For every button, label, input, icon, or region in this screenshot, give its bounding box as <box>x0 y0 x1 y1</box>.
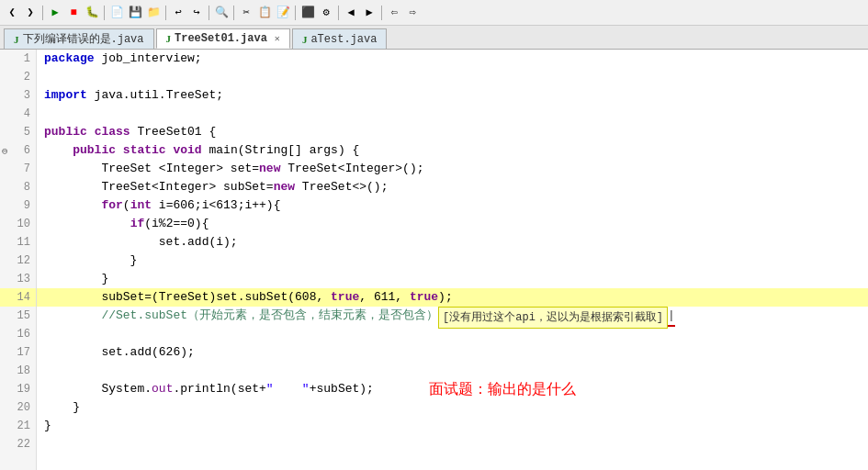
tab-atest[interactable]: J aTest.java <box>292 28 388 49</box>
tab-label-2: TreeSet01.java <box>175 32 267 45</box>
line-num-13: 13 <box>0 270 36 288</box>
code-line-22 <box>37 435 868 453</box>
toolbar-debug[interactable]: 🐛 <box>84 5 100 21</box>
toolbar-sep-1 <box>42 6 43 20</box>
tab-treeset01[interactable]: J TreeSet01.java ✕ <box>156 28 290 49</box>
code-line-11: set.add(i); <box>37 233 868 252</box>
toolbar-stop[interactable]: ■ <box>65 5 82 21</box>
line-numbers: 1 2 3 4 5 6 7 8 9 10 11 12 13 14 15 16 1… <box>0 50 37 470</box>
toolbar-save[interactable]: 💾 <box>127 5 143 21</box>
toolbar-open[interactable]: 📁 <box>145 5 162 21</box>
line-num-9: 9 <box>0 196 36 215</box>
toolbar-forward[interactable]: ❯ <box>22 5 39 21</box>
toolbar-sep-4 <box>209 6 209 20</box>
line-num-7: 7 <box>0 160 36 178</box>
toolbar-run[interactable]: ▶ <box>47 5 63 21</box>
toolbar-cut[interactable]: ✂ <box>238 5 254 21</box>
code-line-3: import java.util.TreeSet; <box>37 86 868 105</box>
toolbar-sep-8 <box>381 6 382 20</box>
tab-icon-3: J <box>302 34 308 45</box>
classname-1: TreeSet01 { <box>130 123 217 141</box>
line-num-11: 11 <box>0 233 36 252</box>
kw-public-1: public <box>44 123 87 141</box>
tab-compile-errors[interactable]: J 下列编译错误的是.java <box>4 28 154 49</box>
kw-static: static <box>123 141 166 160</box>
code-line-19: System.out.println(set+" "+subSet); 面试题：… <box>37 380 868 398</box>
line-num-19: 19 <box>0 380 36 398</box>
toolbar-nav-left[interactable]: ◀ <box>343 5 359 21</box>
code-line-4 <box>37 105 868 123</box>
code-line-2 <box>37 68 868 86</box>
toolbar-undo[interactable]: ↩ <box>170 5 186 21</box>
code-line-20: } <box>37 398 868 417</box>
line-num-10: 10 <box>0 215 36 233</box>
line-num-21: 21 <box>0 417 36 435</box>
line-num-4: 4 <box>0 105 36 123</box>
code-line-17: set.add(626); <box>37 343 868 362</box>
toolbar-sep-7 <box>338 6 339 20</box>
toolbar-redo[interactable]: ↪ <box>188 5 205 21</box>
toolbar-nav-right[interactable]: ▶ <box>361 5 378 21</box>
toolbar-sep-3 <box>165 6 166 20</box>
line-num-16: 16 <box>0 325 36 343</box>
toolbar-extra1[interactable]: ⇦ <box>386 5 402 21</box>
kw-public-2: public <box>73 141 116 160</box>
tab-icon-1: J <box>14 34 19 45</box>
toolbar-extras[interactable]: ⬛ <box>299 5 316 21</box>
tab-label-3: aTest.java <box>310 33 377 46</box>
code-line-10: if(i%2==0){ <box>37 215 868 233</box>
kw-for: for <box>101 196 122 215</box>
interview-question: 面试题：输出的是什么 <box>429 380 576 398</box>
line-num-20: 20 <box>0 398 36 417</box>
tab-close-2[interactable]: ✕ <box>275 33 280 44</box>
toolbar-search[interactable]: 🔍 <box>213 5 230 21</box>
code-line-9: for(int i=606;i<613;i++){ <box>37 196 868 215</box>
code-line-12: } <box>37 252 868 270</box>
kw-true-2: true <box>410 288 438 307</box>
line-num-8: 8 <box>0 178 36 196</box>
code-line-7: TreeSet <Integer> set=new TreeSet<Intege… <box>37 160 868 178</box>
kw-void: void <box>173 141 201 160</box>
editor: 1 2 3 4 5 6 7 8 9 10 11 12 13 14 15 16 1… <box>0 50 868 470</box>
code-line-18 <box>37 362 868 380</box>
comment-1: //Set.subSet（开始元素，是否包含，结束元素，是否包含） <box>44 307 438 325</box>
line-num-17: 17 <box>0 343 36 362</box>
kw-package: package <box>44 50 95 68</box>
code-line-1: package job_interview; <box>37 50 868 68</box>
code-line-14: subSet=(TreeSet)set.subSet(608, true, 61… <box>37 288 868 307</box>
code-line-21: } <box>37 417 868 435</box>
comment-tooltip: [没有用过这个api，迟以为是根据索引截取] <box>438 307 668 329</box>
toolbar-copy[interactable]: 📋 <box>256 5 273 21</box>
line-num-15: 15 <box>0 307 36 325</box>
toolbar-new[interactable]: 📄 <box>108 5 125 21</box>
tab-icon-2: J <box>166 33 172 44</box>
kw-int-1: int <box>130 196 152 215</box>
code-line-13: } <box>37 270 868 288</box>
line-num-2: 2 <box>0 68 36 86</box>
kw-new-1: new <box>259 160 280 178</box>
toolbar-extra2[interactable]: ⇨ <box>404 5 421 21</box>
kw-if: if <box>130 215 145 233</box>
kw-true-1: true <box>331 288 359 307</box>
toolbar-sep-5 <box>233 6 234 20</box>
pkg-name: job_interview; <box>95 50 202 68</box>
toolbar: ❮ ❯ ▶ ■ 🐛 📄 💾 📁 ↩ ↪ 🔍 ✂ 📋 📝 ⬛ ⚙ ◀ ▶ ⇦ ⇨ <box>0 0 868 26</box>
toolbar-back[interactable]: ❮ <box>4 5 20 21</box>
code-area[interactable]: package job_interview; import java.util.… <box>37 50 868 470</box>
tab-label-1: 下列编译错误的是.java <box>23 31 144 47</box>
toolbar-settings[interactable]: ⚙ <box>318 5 334 21</box>
tabbar: J 下列编译错误的是.java J TreeSet01.java ✕ J aTe… <box>0 26 868 50</box>
kw-new-2: new <box>274 178 295 196</box>
line-num-18: 18 <box>0 362 36 380</box>
line-num-12: 12 <box>0 252 36 270</box>
code-line-15: //Set.subSet（开始元素，是否包含，结束元素，是否包含）[没有用过这个… <box>37 307 868 325</box>
toolbar-sep-2 <box>104 6 105 20</box>
line-num-3: 3 <box>0 86 36 105</box>
toolbar-sep-6 <box>295 6 296 20</box>
code-line-8: TreeSet<Integer> subSet=new TreeSet<>(); <box>37 178 868 196</box>
line-num-1: 1 <box>0 50 36 68</box>
toolbar-paste[interactable]: 📝 <box>275 5 291 21</box>
kw-import: import <box>44 86 87 105</box>
line-num-6: 6 <box>0 141 36 160</box>
code-line-5: public class TreeSet01 { <box>37 123 868 141</box>
